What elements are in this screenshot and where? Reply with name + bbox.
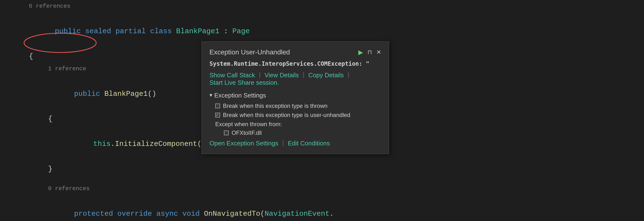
start-live-share-link[interactable]: Start Live Share session.	[210, 79, 279, 86]
close-button[interactable]: ✕	[376, 49, 381, 56]
except-when-label: Except when thrown from:	[210, 121, 381, 128]
line-0ref: 0 references	[10, 182, 644, 195]
checkbox-row-1[interactable]: Break when this exception type is thrown	[210, 103, 381, 109]
sep2: |	[302, 72, 306, 79]
play-button[interactable]: ▶	[358, 49, 363, 56]
view-details-link[interactable]: View Details	[264, 72, 299, 79]
method-signature: protected override async void OnNavigate…	[29, 195, 334, 221]
checkbox-row-2[interactable]: Break when this exception type is user-u…	[210, 112, 381, 118]
line-empty1	[10, 175, 644, 182]
ref-1: 1 reference	[29, 63, 86, 75]
checkbox-ofx-label: OFXtoIIF.dll	[232, 129, 262, 136]
panel-links: Show Call Stack | View Details | Copy De…	[210, 72, 381, 86]
sep1: |	[258, 72, 262, 79]
copy-details-link[interactable]: Copy Details	[308, 72, 344, 79]
constructor-decl: public BlankPage1()	[29, 75, 156, 113]
line-6ref: 6 references	[10, 0, 644, 13]
pin-button[interactable]: ⊓	[368, 49, 372, 56]
checkbox-ofx[interactable]	[224, 130, 229, 135]
show-call-stack-link[interactable]: Show Call Stack	[210, 72, 255, 79]
exception-source: System.Runtime.InteropServices.COMExcept…	[210, 60, 381, 67]
checkbox-thrown[interactable]	[215, 104, 220, 108]
exception-settings-header: ▼ Exception Settings	[210, 92, 381, 99]
checkbox-thrown-label: Break when this exception type is thrown	[223, 103, 328, 109]
panel-title: Exception User-Unhandled	[210, 48, 290, 56]
bottom-links: Open Exception Settings | Edit Condition…	[210, 140, 381, 147]
line-method-sig: protected override async void OnNavigate…	[10, 195, 644, 221]
open-exception-settings-link[interactable]: Open Exception Settings	[210, 140, 278, 147]
panel-controls[interactable]: ▶ ⊓ ✕	[358, 49, 381, 56]
ref-0: 0 references	[29, 182, 90, 195]
checkbox-user-unhandled[interactable]	[215, 113, 220, 117]
panel-header: Exception User-Unhandled ▶ ⊓ ✕	[210, 48, 381, 56]
exception-settings-title: Exception Settings	[214, 92, 266, 99]
exception-panel: Exception User-Unhandled ▶ ⊓ ✕ System.Ru…	[202, 41, 389, 154]
edit-conditions-link[interactable]: Edit Conditions	[288, 140, 330, 147]
sep4: |	[281, 140, 285, 147]
collapse-triangle-icon[interactable]: ▼	[210, 93, 212, 98]
init-component-call: this.InitializeComponent();	[29, 125, 210, 163]
line-close-brace1: }	[10, 163, 644, 175]
ref-6: 6 references	[29, 0, 70, 13]
nested-checkbox-row[interactable]: OFXtoIIF.dll	[210, 129, 381, 136]
checkbox-user-unhandled-label: Break when this exception type is user-u…	[223, 112, 350, 118]
sep3: |	[347, 72, 350, 79]
